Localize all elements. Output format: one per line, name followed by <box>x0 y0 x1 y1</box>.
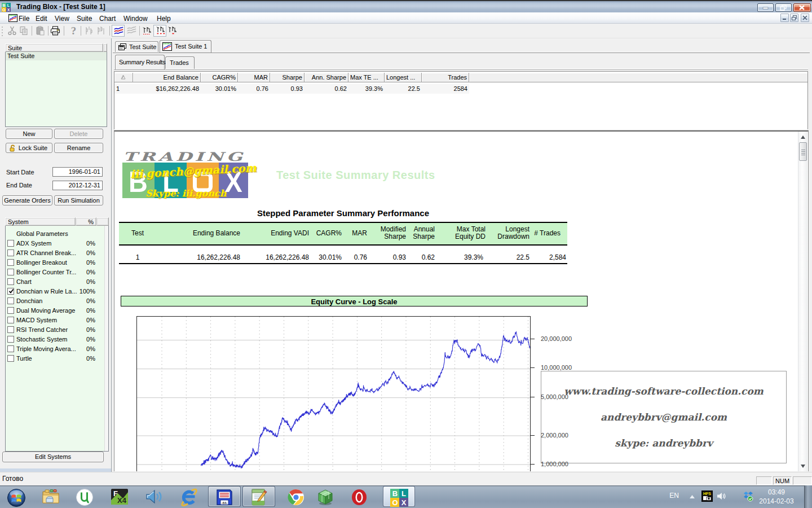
grid-header-trades[interactable]: Trades <box>422 73 469 82</box>
copy-icon[interactable] <box>19 26 29 36</box>
system-checkbox[interactable] <box>7 336 14 343</box>
grid-cell-longest[interactable]: 22.5 <box>385 84 422 94</box>
system-column-header[interactable]: System <box>5 217 76 226</box>
scroll-down-icon[interactable] <box>800 463 806 469</box>
taskbar-notepad-button[interactable] <box>242 486 275 507</box>
cut-icon[interactable] <box>7 26 17 36</box>
menu-view[interactable]: View <box>52 14 72 23</box>
grid-header-mar[interactable]: MAR <box>238 73 270 82</box>
trade-chart-icon[interactable] <box>142 26 152 36</box>
taskbar-explorer-icon[interactable] <box>39 487 62 507</box>
lock-suite-button[interactable]: Lock Suite <box>6 143 52 153</box>
step-param2-icon[interactable] <box>96 26 106 36</box>
tray-chevron-icon[interactable] <box>689 494 695 499</box>
system-row-rsi-trend-catcher[interactable]: RSI Trend Catcher0% <box>6 326 105 335</box>
system-checkbox[interactable] <box>7 345 14 352</box>
wave-chart-disabled-icon[interactable] <box>126 26 137 36</box>
system-checkbox[interactable] <box>7 297 14 304</box>
grid-cell-sharpe[interactable]: 0.93 <box>270 84 304 94</box>
system-checkbox[interactable] <box>7 288 14 295</box>
show-desktop-button[interactable] <box>804 485 812 508</box>
tab-test-suite[interactable]: Test Suite <box>115 41 158 52</box>
menu-edit[interactable]: Edit <box>33 14 50 23</box>
suite-list-header[interactable]: Suite <box>5 43 103 52</box>
minimize-button[interactable] <box>757 3 774 12</box>
grid-header-max-te[interactable]: Max TE ... <box>348 73 385 82</box>
system-checkbox[interactable] <box>7 355 14 362</box>
trade-chart3-icon[interactable] <box>167 26 177 36</box>
grid-header-longest[interactable]: Longest ... <box>385 73 422 82</box>
start-date-input[interactable]: 1996-01-01 <box>52 167 103 177</box>
grid-cell-trades[interactable]: 2584 <box>422 84 469 94</box>
system-row-dual-moving-average[interactable]: Dual Moving Average0% <box>6 306 105 316</box>
system-row-donchian-w-rule-la[interactable]: Donchian w Rule La...100% <box>6 287 105 297</box>
tray-volume-icon[interactable] <box>716 491 726 501</box>
grid-cell-ann-sharpe[interactable]: 0.62 <box>304 84 348 94</box>
system-row-triple-moving-avera[interactable]: Triple Moving Avera...0% <box>6 345 105 354</box>
menu-file[interactable]: File <box>16 14 32 23</box>
edit-systems-button[interactable]: Edit Systems <box>2 452 104 462</box>
close-button[interactable] <box>793 3 811 12</box>
system-row-bollinger-counter-tr[interactable]: Bollinger Counter Tr...0% <box>6 268 105 278</box>
system-checkbox[interactable] <box>7 326 14 333</box>
end-date-input[interactable]: 2012-12-31 <box>52 181 103 190</box>
grid-cell-mar[interactable]: 0.76 <box>238 84 270 94</box>
system-row-stochastic-system[interactable]: Stochastic System0% <box>6 335 105 345</box>
system-row-global-parameters[interactable]: Global Parameters <box>6 230 105 239</box>
grid-header-end-balance[interactable]: End Balance <box>133 73 201 82</box>
help-icon[interactable]: ? <box>69 26 78 36</box>
system-row-macd-system[interactable]: MACD System0% <box>6 316 105 326</box>
system-checkbox[interactable] <box>7 259 14 266</box>
system-checkbox[interactable] <box>7 317 14 323</box>
grid-header-cagr[interactable]: CAGR% <box>201 73 238 82</box>
system-row-atr-channel-break[interactable]: ATR Channel Break...0% <box>6 249 105 259</box>
taskbar-chrome-icon[interactable] <box>285 487 307 507</box>
grid-cell-end-balance[interactable]: $16,262,226.48 <box>133 84 201 94</box>
grid-header-row-selector[interactable] <box>114 73 133 82</box>
scrollbar-thumb[interactable] <box>799 142 807 161</box>
start-button[interactable] <box>5 487 28 507</box>
scroll-up-icon[interactable] <box>800 134 806 140</box>
generate-orders-button[interactable]: Generate Orders <box>2 195 52 205</box>
mdi-minimize-button[interactable] <box>780 14 789 22</box>
system-checkbox[interactable] <box>7 278 14 285</box>
tray-clock[interactable]: 03:49 2014-02-03 <box>758 488 795 506</box>
tab-test-suite-1[interactable]: Test Suite 1 <box>160 40 211 52</box>
grid-cell-cagr[interactable]: 30.01% <box>201 84 238 94</box>
taskbar-floppy-button[interactable]: -64- <box>208 486 241 507</box>
mdi-close-button[interactable] <box>801 14 809 22</box>
taskbar-trading-blox-button[interactable]: BLOX <box>383 486 415 507</box>
trade-chart2-button[interactable] <box>153 25 166 37</box>
system-row-chart[interactable]: Chart0% <box>6 278 105 287</box>
restore-button[interactable] <box>775 3 792 12</box>
taskbar-volume-icon[interactable] <box>143 487 165 507</box>
grid-header-ann-sharpe[interactable]: Ann. Sharpe <box>304 73 348 82</box>
paste-icon[interactable] <box>36 26 45 36</box>
grid-cell-max-te[interactable]: 39.3% <box>348 84 385 94</box>
tray-dropbox-icon[interactable] <box>743 491 754 502</box>
menu-help[interactable]: Help <box>155 14 173 23</box>
taskbar-fx-icon[interactable]: F X4 <box>108 487 131 507</box>
run-simulation-button[interactable]: Run Simulation <box>54 195 103 205</box>
system-list-scrollbar[interactable] <box>104 226 108 451</box>
system-checkbox[interactable] <box>7 269 14 275</box>
menu-suite[interactable]: Suite <box>74 14 94 23</box>
mdi-restore-button[interactable] <box>790 14 798 22</box>
system-row-adx-system[interactable]: ADX System0% <box>6 239 105 249</box>
tab-trades[interactable]: Trades <box>165 56 195 69</box>
grid-cell-rownum[interactable]: 1 <box>114 84 133 94</box>
menu-chart[interactable]: Chart <box>97 14 118 23</box>
wave-chart-button[interactable] <box>112 25 125 37</box>
suite-list-item-test-suite[interactable]: Test Suite <box>6 52 107 60</box>
menu-window[interactable]: Window <box>121 14 150 23</box>
step-param-icon[interactable] <box>84 26 94 36</box>
system-checkbox[interactable] <box>7 307 14 314</box>
taskbar-opera-icon[interactable] <box>348 487 370 507</box>
system-row-turtle[interactable]: Turtle0% <box>6 354 105 364</box>
taskbar-ie-icon[interactable] <box>178 487 200 507</box>
taskbar-cube-icon[interactable] <box>314 487 337 507</box>
taskbar-utorrent-icon[interactable] <box>73 487 96 507</box>
print-icon[interactable] <box>51 26 60 36</box>
system-checkbox[interactable] <box>7 240 14 247</box>
system-row-bollinger-breakout[interactable]: Bollinger Breakout0% <box>6 259 105 268</box>
